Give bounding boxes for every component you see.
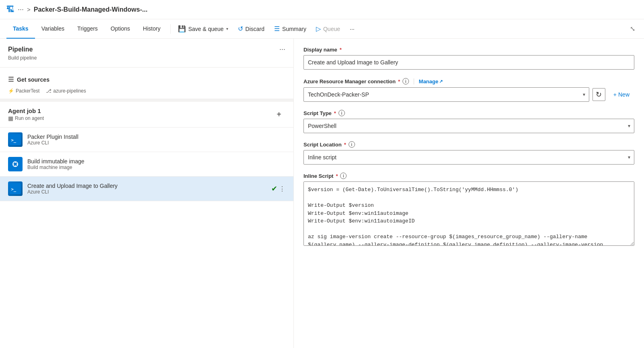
get-sources-icon: ☰: [8, 76, 14, 83]
script-location-select[interactable]: Inline script Script path: [303, 150, 634, 165]
task-item[interactable]: >_ Create and Upload Image to Gallery Az…: [0, 177, 293, 201]
branch-name: azure-pipelines: [53, 88, 86, 94]
repo-name: PackerTest: [16, 88, 39, 94]
script-type-select-wrapper: PowerShell Bash ▾: [303, 119, 634, 133]
agent-job-header: Agent job 1 ▦ Run on agent +: [0, 102, 293, 128]
summary-icon: ☰: [274, 25, 280, 33]
pipeline-more-button[interactable]: ···: [279, 45, 285, 54]
summary-label: Summary: [282, 26, 306, 32]
script-location-group: Script Location * i Inline script Script…: [303, 141, 634, 165]
script-type-select[interactable]: PowerShell Bash: [303, 119, 634, 133]
pipeline-header: Pipeline ···: [0, 39, 293, 55]
task-actions: ✔ ⋮: [271, 184, 285, 193]
agent-job-title: Agent job 1: [8, 107, 44, 114]
connection-select[interactable]: TechOnDeck-Packer-SP: [303, 87, 589, 102]
breadcrumb-separator: >: [27, 6, 31, 13]
repo-info: ⚡ PackerTest: [8, 88, 39, 94]
tab-history[interactable]: History: [136, 19, 167, 39]
queue-button[interactable]: ▷ Queue: [312, 23, 344, 35]
inline-script-textarea[interactable]: [303, 181, 634, 246]
tab-tasks[interactable]: Tasks: [6, 19, 35, 39]
task-check-icon: ✔: [271, 184, 277, 193]
display-name-label: Display name *: [303, 47, 634, 53]
left-panel: Pipeline ··· Build pipeline ☰ Get source…: [0, 39, 294, 348]
tab-options[interactable]: Options: [104, 19, 136, 39]
connection-group: Azure Resource Manager connection * i | …: [303, 78, 634, 102]
task-more-icon[interactable]: ⋮: [279, 185, 285, 193]
svg-rect-2: [10, 159, 21, 170]
new-plus-icon: +: [613, 91, 617, 98]
task-name-create: Create and Upload Image to Gallery: [27, 183, 266, 189]
inline-script-group: Inline Script * i: [303, 173, 634, 247]
right-panel: Display name * Azure Resource Manager co…: [294, 39, 644, 348]
task-item[interactable]: Build immutable image Build machine imag…: [0, 152, 293, 177]
inline-script-label: Inline Script * i: [303, 173, 634, 179]
more-options-icon: ···: [350, 26, 355, 32]
task-name-packer: Packer Plugin Install: [27, 134, 285, 140]
branch-icon: ⎇: [46, 88, 52, 94]
task-type-packer: Azure CLI: [27, 140, 285, 146]
script-type-info-icon[interactable]: i: [339, 110, 345, 116]
queue-label: Queue: [323, 26, 340, 32]
new-label: New: [618, 91, 630, 98]
main-content: Pipeline ··· Build pipeline ☰ Get source…: [0, 39, 644, 348]
script-type-required: *: [334, 110, 336, 116]
toolbar-tabs: Tasks Variables Triggers Options History: [6, 19, 167, 39]
pipeline-title: Pipeline: [8, 46, 33, 53]
manage-link[interactable]: Manage ↗: [419, 78, 443, 84]
app-icon: 🏗: [6, 5, 14, 14]
task-icon-build: [8, 157, 23, 171]
svg-text:>_: >_: [11, 138, 17, 143]
script-type-label: Script Type * i: [303, 110, 634, 116]
pipeline-subtitle: Build pipeline: [0, 55, 293, 64]
inline-script-info-icon[interactable]: i: [340, 173, 347, 179]
script-type-group: Script Type * i PowerShell Bash ▾: [303, 110, 634, 133]
add-task-button[interactable]: +: [272, 108, 285, 121]
agent-job-sub-label: Run on agent: [15, 115, 44, 121]
task-icon-packer: >_: [8, 132, 23, 147]
display-name-group: Display name *: [303, 47, 634, 70]
save-icon: 💾: [178, 25, 186, 33]
toolbar: Tasks Variables Triggers Options History…: [0, 19, 644, 39]
section-divider: [0, 99, 293, 102]
external-link-icon: ↗: [439, 79, 443, 84]
toolbar-actions: 💾 Save & queue ↺ Discard ☰ Summary ▷ Que…: [174, 23, 359, 35]
required-marker: *: [340, 47, 342, 53]
summary-button[interactable]: ☰ Summary: [270, 23, 310, 35]
save-queue-label: Save & queue: [188, 26, 224, 32]
save-queue-button[interactable]: 💾 Save & queue: [174, 23, 232, 35]
get-sources-meta: ⚡ PackerTest ⎇ azure-pipelines: [0, 88, 293, 99]
inline-script-required: *: [336, 173, 338, 179]
connection-info-icon[interactable]: i: [402, 78, 409, 84]
agent-job-icon: ▦: [8, 115, 13, 121]
display-name-input[interactable]: [303, 55, 634, 70]
connection-label-row: Azure Resource Manager connection * i | …: [303, 78, 634, 85]
breadcrumb-title: Packer-S-Build-Managed-Windows-...: [34, 6, 148, 13]
connection-select-wrapper: TechOnDeck-Packer-SP ▾: [303, 87, 589, 102]
repo-icon: ⚡: [8, 88, 14, 94]
connection-new-button[interactable]: + New: [609, 88, 634, 101]
tab-variables[interactable]: Variables: [35, 19, 71, 39]
task-item[interactable]: >_ Packer Plugin Install Azure CLI: [0, 128, 293, 152]
script-location-info-icon[interactable]: i: [349, 141, 355, 148]
task-type-build: Build machine image: [27, 165, 285, 170]
connection-pipe: |: [413, 78, 415, 85]
task-info-build: Build immutable image Build machine imag…: [27, 158, 285, 170]
connection-select-container: TechOnDeck-Packer-SP ▾ ↻ + New: [303, 87, 634, 102]
breadcrumb-more[interactable]: ···: [18, 5, 24, 14]
breadcrumb: 🏗 ··· > Packer-S-Build-Managed-Windows-.…: [0, 0, 644, 19]
get-sources[interactable]: ☰ Get sources: [0, 71, 293, 88]
task-name-build: Build immutable image: [27, 158, 285, 165]
task-info-packer: Packer Plugin Install Azure CLI: [27, 134, 285, 146]
script-location-label: Script Location * i: [303, 141, 634, 148]
task-info-create: Create and Upload Image to Gallery Azure…: [27, 183, 266, 195]
svg-text:>_: >_: [11, 187, 17, 192]
more-options-button[interactable]: ···: [346, 23, 359, 35]
discard-button[interactable]: ↺ Discard: [234, 23, 268, 35]
tab-divider: [170, 24, 171, 34]
task-type-create: Azure CLI: [27, 189, 266, 195]
pipeline-divider: [0, 67, 293, 68]
connection-refresh-button[interactable]: ↻: [592, 88, 605, 101]
tab-triggers[interactable]: Triggers: [71, 19, 104, 39]
expand-button[interactable]: ⤡: [627, 23, 638, 35]
